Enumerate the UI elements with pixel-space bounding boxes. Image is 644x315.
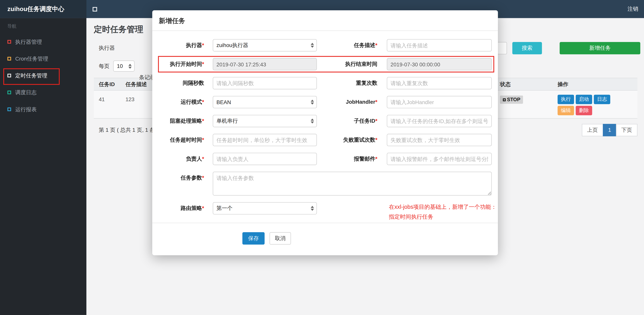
header-task-id: 任务ID	[94, 81, 120, 88]
task-desc-input[interactable]	[387, 39, 492, 52]
start-time-label: 执行开始时间*	[152, 58, 204, 70]
cell-status: STOP	[495, 91, 553, 118]
per-page-prefix: 每页	[99, 61, 110, 72]
retry-count-input[interactable]	[387, 134, 492, 146]
save-button[interactable]: 保存	[242, 232, 265, 245]
block-strategy-label: 阻塞处理策略*	[152, 115, 204, 127]
sidebar-item-label: 运行报表	[15, 106, 37, 113]
app-root: zuihou任务调度中心 注销 导航 执行器管理 Cron任务管理 定时任务管理…	[0, 0, 644, 315]
alarm-email-input[interactable]	[387, 153, 492, 165]
status-badge-text: STOP	[507, 97, 520, 103]
cell-task-id: 41	[94, 91, 120, 118]
prev-page-button[interactable]: 上页	[582, 124, 603, 136]
sidebar-item-dispatch-log[interactable]: 调度日志	[0, 84, 86, 101]
sidebar: 导航 执行器管理 Cron任务管理 定时任务管理 调度日志 运行报表	[0, 18, 86, 315]
per-page-value: 10	[117, 63, 123, 69]
collapse-menu-icon[interactable]	[93, 7, 97, 12]
sidebar-item-executor-manage[interactable]: 执行器管理	[0, 33, 86, 50]
page-1-button[interactable]: 1	[603, 124, 616, 136]
executor-select[interactable]: zuihou执行器	[213, 39, 317, 52]
log-button[interactable]: 日志	[594, 95, 610, 104]
retry-count-label: 失败重试次数*	[317, 134, 377, 146]
header-actions: 操作	[553, 81, 638, 88]
square-outline-icon	[7, 74, 11, 77]
modal-header: 新增任务	[152, 10, 498, 31]
route-strategy-select[interactable]: 第一个	[213, 202, 317, 215]
child-task-id-label: 子任务ID*	[317, 115, 377, 127]
interval-label: 间隔秒数	[152, 77, 204, 89]
square-outline-icon	[7, 107, 11, 111]
delete-button[interactable]: 删除	[576, 106, 592, 115]
app-brand[interactable]: zuihou任务调度中心	[0, 0, 86, 18]
route-strategy-select-value: 第一个	[216, 205, 232, 212]
search-button[interactable]: 搜索	[512, 42, 542, 54]
block-strategy-select[interactable]: 单机串行	[213, 115, 317, 127]
start-button[interactable]: 启动	[576, 95, 592, 104]
sidebar-section-label: 导航	[0, 18, 86, 34]
run-mode-select[interactable]: BEAN	[213, 96, 317, 108]
select-stepper-icon	[310, 100, 314, 105]
end-time-label: 执行结束时间	[317, 58, 377, 70]
task-desc-label: 任务描述*	[317, 39, 377, 52]
executor-label: 执行器*	[152, 39, 204, 52]
executor-select-value: zuihou执行器	[216, 42, 248, 49]
alarm-email-label: 报警邮件*	[317, 153, 377, 165]
add-task-button[interactable]: 新增任务	[560, 42, 640, 54]
feature-note: 在xxl-jobs项目的基础上，新增了一个功能： 指定时间执行任务	[389, 202, 498, 222]
select-stepper-icon	[310, 119, 314, 124]
child-task-id-input[interactable]	[387, 115, 492, 127]
next-page-button[interactable]: 下页	[616, 124, 638, 136]
select-stepper-icon	[310, 43, 314, 48]
interval-input[interactable]	[213, 77, 317, 89]
sidebar-item-label: 执行器管理	[15, 38, 42, 46]
task-params-label: 任务参数*	[152, 172, 204, 184]
run-mode-select-value: BEAN	[216, 99, 231, 105]
executor-filter-label: 执行器	[99, 42, 115, 54]
cell-actions: 执行 启动 日志 编辑 删除	[553, 91, 638, 118]
square-outline-icon	[7, 57, 11, 61]
status-badge: STOP	[500, 96, 523, 104]
run-button[interactable]: 执行	[558, 95, 574, 104]
select-stepper-icon	[310, 206, 314, 211]
start-time-input[interactable]	[213, 58, 317, 70]
sidebar-item-scheduled-task-manage[interactable]: 定时任务管理	[0, 67, 86, 84]
repeat-count-label: 重复次数	[317, 77, 377, 89]
modal-body: 执行器* zuihou执行器 任务描述* 执行开始时间* 执行结束时间	[152, 31, 498, 245]
pagination: 上页 1 下页	[582, 124, 638, 136]
block-strategy-select-value: 单机串行	[216, 117, 238, 125]
owner-input[interactable]	[213, 153, 317, 165]
timeout-input[interactable]	[213, 134, 317, 146]
timeout-label: 任务超时时间*	[152, 134, 204, 146]
sidebar-item-run-report[interactable]: 运行报表	[0, 101, 86, 118]
sidebar-item-cron-task-manage[interactable]: Cron任务管理	[0, 50, 86, 67]
add-task-modal: 新增任务 执行器* zuihou执行器 任务描述* 执行开始时间*	[152, 10, 498, 255]
repeat-count-input[interactable]	[387, 77, 492, 89]
header-status: 状态	[495, 81, 553, 88]
cancel-button[interactable]: 取消	[270, 232, 291, 245]
end-time-input[interactable]	[387, 58, 492, 70]
select-stepper-icon	[128, 64, 132, 69]
owner-label: 负责人*	[152, 153, 204, 165]
feature-note-line2: 指定时间执行任务	[389, 212, 498, 222]
edit-button[interactable]: 编辑	[558, 106, 574, 115]
square-outline-icon	[7, 91, 11, 94]
sidebar-item-label: 调度日志	[15, 89, 37, 96]
task-params-textarea[interactable]	[213, 172, 492, 195]
logout-link[interactable]: 注销	[628, 0, 638, 18]
square-outline-icon	[7, 40, 11, 44]
run-mode-label: 运行模式*	[152, 96, 204, 108]
jobhandler-label: JobHandler*	[317, 96, 377, 108]
per-page-select[interactable]: 10	[113, 61, 134, 72]
sidebar-item-label: Cron任务管理	[15, 55, 48, 62]
modal-footer: 保存 取消	[152, 223, 498, 245]
route-strategy-label: 路由策略*	[152, 202, 204, 215]
sidebar-item-label: 定时任务管理	[15, 72, 48, 79]
jobhandler-input[interactable]	[387, 96, 492, 108]
modal-title: 新增任务	[159, 17, 185, 24]
feature-note-line1: 在xxl-jobs项目的基础上，新增了一个功能：	[389, 202, 498, 212]
stop-square-icon	[503, 98, 506, 101]
